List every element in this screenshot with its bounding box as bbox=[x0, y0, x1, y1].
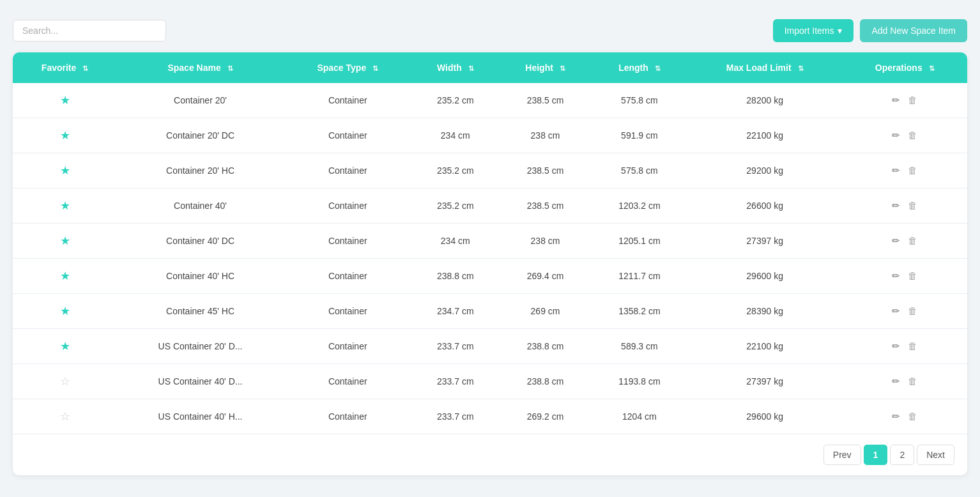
width-cell-8: 233.7 cm bbox=[411, 364, 499, 399]
max-load-cell-0: 28200 kg bbox=[687, 83, 842, 118]
table-row: ★Container 20'Container235.2 cm238.5 cm5… bbox=[13, 83, 967, 118]
delete-button-6[interactable]: 🗑 bbox=[904, 303, 921, 319]
operations-cell-7: ✏🗑 bbox=[842, 329, 967, 364]
length-cell-3: 1203.2 cm bbox=[592, 188, 687, 224]
space-type-cell-0: Container bbox=[284, 83, 411, 118]
favorite-cell-4: ★ bbox=[13, 224, 117, 259]
favorite-cell-2: ★ bbox=[13, 153, 117, 188]
search-input[interactable] bbox=[13, 20, 166, 42]
delete-button-0[interactable]: 🗑 bbox=[904, 92, 921, 108]
col-height[interactable]: Height ⇅ bbox=[499, 52, 592, 83]
space-type-cell-1: Container bbox=[284, 118, 411, 153]
delete-button-5[interactable]: 🗑 bbox=[904, 268, 921, 284]
favorite-star-2[interactable]: ★ bbox=[60, 164, 70, 177]
edit-button-3[interactable]: ✏ bbox=[888, 197, 904, 214]
length-cell-4: 1205.1 cm bbox=[592, 224, 687, 259]
max-load-cell-5: 29600 kg bbox=[687, 259, 842, 294]
page-1-button[interactable]: 1 bbox=[864, 445, 888, 465]
operations-cell-1: ✏🗑 bbox=[842, 118, 967, 153]
max-load-cell-6: 28390 kg bbox=[687, 294, 842, 329]
width-cell-2: 235.2 cm bbox=[411, 153, 499, 188]
prev-button[interactable]: Prev bbox=[823, 445, 861, 465]
length-cell-8: 1193.8 cm bbox=[592, 364, 687, 399]
height-cell-4: 238 cm bbox=[499, 224, 592, 259]
width-cell-5: 238.8 cm bbox=[411, 259, 499, 294]
width-cell-4: 234 cm bbox=[411, 224, 499, 259]
next-button[interactable]: Next bbox=[917, 445, 954, 465]
space-items-table: Favorite ⇅ Space Name ⇅ Space Type ⇅ Wid… bbox=[13, 52, 967, 434]
favorite-star-5[interactable]: ★ bbox=[60, 270, 70, 282]
favorite-star-0[interactable]: ★ bbox=[60, 94, 70, 107]
col-space-name-label: Space Name bbox=[167, 63, 220, 73]
height-cell-7: 238.8 cm bbox=[499, 329, 592, 364]
edit-button-6[interactable]: ✏ bbox=[888, 303, 904, 319]
col-length-label: Length bbox=[618, 63, 648, 73]
col-favorite[interactable]: Favorite ⇅ bbox=[13, 52, 117, 83]
edit-button-9[interactable]: ✏ bbox=[888, 408, 904, 425]
favorite-star-6[interactable]: ★ bbox=[60, 305, 70, 317]
edit-button-5[interactable]: ✏ bbox=[888, 268, 904, 284]
favorite-cell-0: ★ bbox=[13, 83, 117, 118]
favorite-star-9[interactable]: ☆ bbox=[60, 410, 70, 423]
import-label: Import Items bbox=[785, 26, 834, 36]
edit-button-8[interactable]: ✏ bbox=[888, 373, 904, 390]
edit-button-0[interactable]: ✏ bbox=[888, 92, 904, 109]
delete-button-8[interactable]: 🗑 bbox=[904, 373, 921, 389]
col-favorite-label: Favorite bbox=[42, 63, 76, 73]
sort-max-load-icon: ⇅ bbox=[798, 65, 804, 73]
sort-width-icon: ⇅ bbox=[468, 65, 474, 73]
length-cell-9: 1204 cm bbox=[592, 399, 687, 434]
space-type-cell-2: Container bbox=[284, 153, 411, 188]
delete-button-7[interactable]: 🗑 bbox=[904, 338, 921, 354]
col-length[interactable]: Length ⇅ bbox=[592, 52, 687, 83]
edit-button-1[interactable]: ✏ bbox=[888, 127, 904, 144]
col-space-type[interactable]: Space Type ⇅ bbox=[284, 52, 411, 83]
col-operations[interactable]: Operations ⇅ bbox=[842, 52, 967, 83]
length-cell-1: 591.9 cm bbox=[592, 118, 687, 153]
table-row: ★Container 40'Container235.2 cm238.5 cm1… bbox=[13, 188, 967, 224]
col-space-name[interactable]: Space Name ⇅ bbox=[117, 52, 284, 83]
edit-button-4[interactable]: ✏ bbox=[888, 233, 904, 249]
favorite-star-4[interactable]: ★ bbox=[60, 234, 70, 247]
col-operations-label: Operations bbox=[875, 63, 923, 73]
height-cell-0: 238.5 cm bbox=[499, 83, 592, 118]
operations-cell-4: ✏🗑 bbox=[842, 224, 967, 259]
space-name-cell-1: Container 20' DC bbox=[117, 118, 284, 153]
col-width-label: Width bbox=[437, 63, 462, 73]
pagination: Prev 1 2 Next bbox=[13, 434, 967, 475]
max-load-cell-7: 22100 kg bbox=[687, 329, 842, 364]
space-type-cell-4: Container bbox=[284, 224, 411, 259]
space-items-table-container: Favorite ⇅ Space Name ⇅ Space Type ⇅ Wid… bbox=[13, 52, 967, 475]
delete-button-9[interactable]: 🗑 bbox=[904, 408, 921, 424]
width-cell-1: 234 cm bbox=[411, 118, 499, 153]
operations-cell-2: ✏🗑 bbox=[842, 153, 967, 188]
favorite-star-8[interactable]: ☆ bbox=[60, 375, 70, 388]
edit-button-2[interactable]: ✏ bbox=[888, 162, 904, 179]
delete-button-4[interactable]: 🗑 bbox=[904, 233, 921, 249]
delete-button-1[interactable]: 🗑 bbox=[904, 127, 921, 143]
favorite-cell-3: ★ bbox=[13, 188, 117, 224]
width-cell-7: 233.7 cm bbox=[411, 329, 499, 364]
edit-button-7[interactable]: ✏ bbox=[888, 338, 904, 355]
col-width[interactable]: Width ⇅ bbox=[411, 52, 499, 83]
col-max-load[interactable]: Max Load Limit ⇅ bbox=[687, 52, 842, 83]
max-load-cell-1: 22100 kg bbox=[687, 118, 842, 153]
delete-button-3[interactable]: 🗑 bbox=[904, 197, 921, 213]
favorite-star-7[interactable]: ★ bbox=[60, 340, 70, 353]
sort-space-type-icon: ⇅ bbox=[372, 65, 378, 73]
height-cell-1: 238 cm bbox=[499, 118, 592, 153]
length-cell-5: 1211.7 cm bbox=[592, 259, 687, 294]
toolbar: Import Items ▾ Add New Space Item bbox=[13, 19, 967, 42]
space-type-cell-7: Container bbox=[284, 329, 411, 364]
space-type-cell-5: Container bbox=[284, 259, 411, 294]
delete-button-2[interactable]: 🗑 bbox=[904, 162, 921, 178]
height-cell-9: 269.2 cm bbox=[499, 399, 592, 434]
page-2-button[interactable]: 2 bbox=[890, 445, 914, 465]
favorite-star-3[interactable]: ★ bbox=[60, 199, 70, 212]
add-new-space-item-button[interactable]: Add New Space Item bbox=[860, 19, 967, 42]
table-row: ☆US Container 40' H...Container233.7 cm2… bbox=[13, 399, 967, 434]
sort-operations-icon: ⇅ bbox=[929, 65, 935, 73]
favorite-star-1[interactable]: ★ bbox=[60, 129, 70, 142]
import-items-button[interactable]: Import Items ▾ bbox=[773, 19, 854, 42]
add-label: Add New Space Item bbox=[871, 26, 956, 36]
